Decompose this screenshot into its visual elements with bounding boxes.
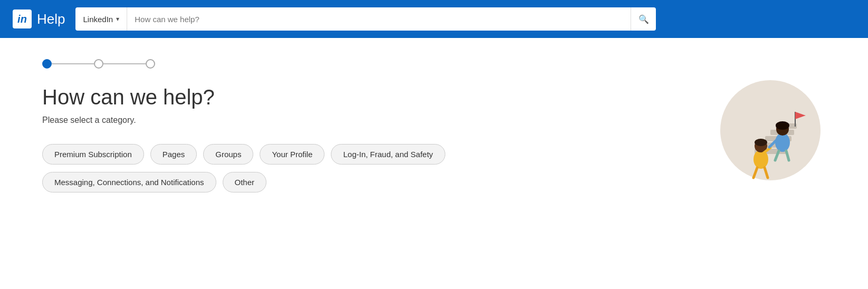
main-content: How can we help? Please select a categor…	[0, 38, 868, 289]
illustration	[710, 70, 826, 186]
step-line-2	[103, 63, 146, 64]
content-left: How can we help? Please select a categor…	[42, 59, 710, 200]
step-line-1	[52, 63, 94, 64]
product-selector-label: LinkedIn	[83, 15, 113, 24]
category-groups[interactable]: Groups	[203, 144, 253, 165]
category-other[interactable]: Other	[223, 172, 267, 192]
step-1-dot	[42, 59, 52, 69]
search-icon: 🔍	[638, 14, 649, 24]
step-2-dot	[94, 59, 103, 69]
svg-point-8	[755, 139, 767, 146]
category-row-1: Premium Subscription Pages Groups Your P…	[42, 144, 710, 165]
linkedin-logo: in	[13, 9, 32, 28]
logo-area: in Help	[13, 9, 65, 28]
search-button[interactable]: 🔍	[631, 7, 656, 31]
site-title: Help	[37, 11, 65, 27]
step-3-dot	[146, 59, 155, 69]
chevron-down-icon: ▾	[116, 15, 119, 23]
site-header: in Help LinkedIn ▾ 🔍	[0, 0, 868, 38]
product-selector-button[interactable]: LinkedIn ▾	[75, 7, 127, 31]
category-your-profile[interactable]: Your Profile	[260, 144, 325, 165]
svg-point-12	[775, 133, 790, 152]
svg-point-14	[776, 121, 789, 130]
category-row-2: Messaging, Connections, and Notification…	[42, 172, 710, 192]
svg-point-0	[720, 80, 821, 180]
category-messaging[interactable]: Messaging, Connections, and Notification…	[42, 172, 216, 192]
category-login-fraud-safety[interactable]: Log-In, Fraud, and Safety	[331, 144, 445, 165]
main-heading: How can we help?	[42, 85, 710, 109]
stepper	[42, 59, 710, 69]
sub-heading: Please select a category.	[42, 115, 710, 125]
search-input[interactable]	[127, 15, 631, 24]
search-bar: LinkedIn ▾ 🔍	[75, 7, 656, 31]
category-pages[interactable]: Pages	[150, 144, 197, 165]
category-premium-subscription[interactable]: Premium Subscription	[42, 144, 144, 165]
